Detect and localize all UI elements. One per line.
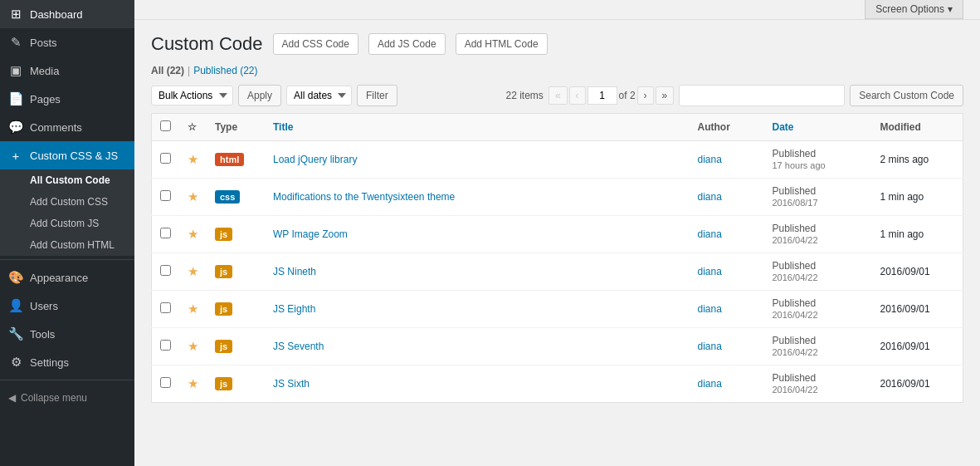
row-author-link[interactable]: diana bbox=[698, 154, 722, 165]
star-icon[interactable]: ★ bbox=[188, 189, 198, 204]
type-badge: js bbox=[215, 340, 232, 353]
items-count: 22 items bbox=[506, 90, 544, 101]
filter-tabs: All (22) | Published (22) bbox=[151, 65, 963, 76]
row-title-cell: Modifications to the Twentysixteen theme bbox=[265, 179, 690, 216]
row-checkbox[interactable] bbox=[160, 190, 171, 201]
table-row: ★ js WP Image Zoom diana Published 2016/… bbox=[152, 216, 963, 253]
table-row: ★ css Modifications to the Twentysixteen… bbox=[152, 179, 963, 216]
row-date-value: 2016/08/17 bbox=[773, 198, 818, 208]
date-filter-select[interactable]: All dates bbox=[286, 86, 352, 105]
row-title-cell: Load jQuery library bbox=[265, 141, 690, 179]
star-icon[interactable]: ★ bbox=[188, 264, 198, 278]
row-author-link[interactable]: diana bbox=[698, 303, 722, 315]
first-page-button[interactable]: « bbox=[549, 86, 568, 105]
row-date-cell: Published 17 hours ago bbox=[764, 141, 872, 179]
filter-tab-published[interactable]: Published (22) bbox=[193, 65, 257, 76]
star-icon[interactable]: ★ bbox=[188, 302, 198, 316]
sidebar-item-custom-css-js[interactable]: + Custom CSS & JS bbox=[0, 141, 134, 169]
sidebar-item-comments[interactable]: 💬 Comments bbox=[0, 113, 134, 141]
row-checkbox[interactable] bbox=[160, 153, 171, 164]
row-type-cell: css bbox=[207, 179, 265, 216]
collapse-menu[interactable]: ◀ Collapse menu bbox=[0, 384, 134, 412]
search-input[interactable] bbox=[679, 85, 845, 106]
row-author-link[interactable]: diana bbox=[698, 228, 722, 240]
col-header-author: Author bbox=[690, 114, 764, 141]
sidebar-sub-item-add-custom-css[interactable]: Add Custom CSS bbox=[0, 191, 134, 213]
screen-options-label: Screen Options bbox=[875, 3, 944, 15]
sidebar-item-dashboard[interactable]: ⊞ Dashboard bbox=[0, 0, 134, 28]
row-checkbox-cell bbox=[152, 179, 180, 216]
apply-button[interactable]: Apply bbox=[238, 85, 281, 106]
sidebar-item-label: Tools bbox=[30, 328, 55, 341]
screen-options-button[interactable]: Screen Options ▾ bbox=[865, 0, 963, 19]
row-modified-value: 2016/09/01 bbox=[880, 341, 930, 352]
row-author-link[interactable]: diana bbox=[698, 341, 722, 352]
row-author-link[interactable]: diana bbox=[698, 378, 722, 390]
settings-icon: ⚙ bbox=[8, 355, 23, 370]
last-page-button[interactable]: » bbox=[656, 86, 675, 105]
row-date-status: Published bbox=[773, 372, 817, 384]
sidebar-sub-item-add-custom-html[interactable]: Add Custom HTML bbox=[0, 234, 134, 256]
sidebar-sub-item-all-custom-code[interactable]: All Custom Code bbox=[0, 169, 134, 191]
sidebar-item-tools[interactable]: 🔧 Tools bbox=[0, 320, 134, 348]
sidebar-item-label: Dashboard bbox=[30, 8, 83, 21]
row-date-value: 2016/04/22 bbox=[773, 310, 818, 320]
row-title-link[interactable]: JS Eighth bbox=[273, 303, 315, 315]
row-author-link[interactable]: diana bbox=[698, 266, 722, 277]
star-icon[interactable]: ★ bbox=[188, 376, 198, 390]
row-checkbox[interactable] bbox=[160, 340, 171, 351]
sidebar-item-pages[interactable]: 📄 Pages bbox=[0, 85, 134, 113]
row-star-cell: ★ bbox=[179, 141, 207, 179]
col-header-modified: Modified bbox=[872, 114, 963, 141]
row-title-link[interactable]: Load jQuery library bbox=[273, 154, 357, 165]
prev-page-button[interactable]: ‹ bbox=[569, 86, 586, 105]
add-html-button[interactable]: Add HTML Code bbox=[456, 33, 548, 55]
row-title-cell: JS Eighth bbox=[265, 291, 690, 328]
filter-tab-all[interactable]: All (22) bbox=[151, 65, 184, 76]
row-title-link[interactable]: JS Nineth bbox=[273, 266, 316, 277]
sidebar-item-label: Comments bbox=[30, 121, 82, 134]
col-header-date[interactable]: Date bbox=[764, 114, 872, 141]
row-title-link[interactable]: JS Seventh bbox=[273, 341, 324, 352]
page-number-input[interactable] bbox=[588, 86, 617, 105]
star-icon[interactable]: ★ bbox=[188, 152, 198, 166]
row-date-value: 2016/04/22 bbox=[773, 272, 818, 282]
type-badge: js bbox=[215, 228, 232, 241]
row-date-value: 17 hours ago bbox=[773, 160, 826, 170]
row-checkbox[interactable] bbox=[160, 377, 171, 388]
col-header-title[interactable]: Title bbox=[265, 114, 690, 141]
sidebar-item-label: Appearance bbox=[30, 272, 88, 284]
row-checkbox[interactable] bbox=[160, 228, 171, 238]
filter-separator: | bbox=[188, 65, 190, 76]
row-checkbox[interactable] bbox=[160, 265, 171, 276]
sidebar-item-media[interactable]: ▣ Media bbox=[0, 56, 134, 85]
tools-icon: 🔧 bbox=[8, 326, 23, 341]
row-star-cell: ★ bbox=[179, 291, 207, 328]
row-checkbox[interactable] bbox=[160, 302, 171, 313]
sidebar-sub-item-add-custom-js[interactable]: Add Custom JS bbox=[0, 213, 134, 234]
sidebar-item-appearance[interactable]: 🎨 Appearance bbox=[0, 263, 134, 292]
star-icon[interactable]: ★ bbox=[188, 339, 198, 353]
sidebar-item-label: Settings bbox=[30, 356, 69, 369]
row-author-link[interactable]: diana bbox=[698, 191, 722, 203]
row-title-link[interactable]: WP Image Zoom bbox=[273, 228, 348, 240]
filter-button[interactable]: Filter bbox=[357, 85, 397, 106]
add-css-button[interactable]: Add CSS Code bbox=[273, 33, 358, 55]
select-all-checkbox[interactable] bbox=[160, 120, 171, 131]
row-title-link[interactable]: Modifications to the Twentysixteen theme bbox=[273, 191, 455, 203]
row-checkbox-cell bbox=[152, 216, 180, 253]
search-button[interactable]: Search Custom Code bbox=[850, 85, 963, 106]
next-page-button[interactable]: › bbox=[637, 86, 654, 105]
row-title-link[interactable]: JS Sixth bbox=[273, 378, 310, 390]
sidebar-item-users[interactable]: 👤 Users bbox=[0, 292, 134, 320]
dashboard-icon: ⊞ bbox=[8, 7, 23, 22]
row-modified-cell: 2016/09/01 bbox=[872, 365, 963, 403]
toolbar: Bulk Actions Apply All dates Filter 22 i… bbox=[151, 85, 963, 106]
sidebar-item-settings[interactable]: ⚙ Settings bbox=[0, 348, 134, 376]
bulk-actions-select[interactable]: Bulk Actions bbox=[151, 86, 233, 105]
add-js-button[interactable]: Add JS Code bbox=[368, 33, 446, 55]
row-type-cell: js bbox=[207, 328, 265, 365]
star-icon[interactable]: ★ bbox=[188, 227, 198, 241]
row-date-cell: Published 2016/04/22 bbox=[764, 216, 872, 253]
sidebar-item-posts[interactable]: ✎ Posts bbox=[0, 28, 134, 56]
